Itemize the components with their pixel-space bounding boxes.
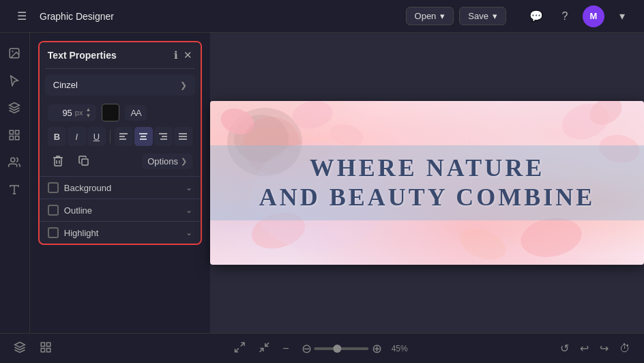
grid-icon[interactable] (37, 338, 55, 359)
svg-line-42 (241, 343, 244, 346)
svg-rect-39 (47, 343, 50, 346)
justify-button[interactable] (174, 127, 192, 146)
background-checkbox[interactable] (48, 182, 59, 193)
panel-header: Text Properties ℹ ✕ (40, 42, 201, 68)
size-row: 95 px ▲ ▼ AA (40, 101, 201, 127)
highlight-checkbox[interactable] (48, 227, 59, 238)
align-right-button[interactable] (154, 127, 173, 146)
zoom-thumb[interactable] (334, 345, 342, 353)
format-separator (110, 130, 111, 143)
svg-rect-5 (10, 136, 14, 140)
sidebar-icon-image[interactable] (2, 41, 27, 66)
shrink-icon[interactable] (255, 338, 273, 359)
sidebar-icon-elements[interactable] (2, 123, 27, 147)
font-name: Cinzel (53, 80, 78, 90)
sidebar-icon-text[interactable] (2, 177, 27, 202)
svg-rect-24 (82, 159, 88, 165)
avatar[interactable]: M (583, 5, 604, 27)
canvas-text-overlay: WHERE NATURE AND BEAUTY COMBINE (210, 101, 644, 265)
outline-checkbox[interactable] (48, 205, 59, 216)
italic-button[interactable]: I (68, 127, 86, 146)
topbar-right: 💬 ? M ▾ (525, 5, 633, 27)
zoom-slider-area: ⊖ ⊕ (299, 338, 385, 359)
highlight-chevron-icon: ⌄ (186, 228, 192, 237)
font-chevron: ❯ (180, 81, 187, 90)
sidebar (0, 33, 30, 333)
zoom-plus-circle-button[interactable]: ⊕ (369, 338, 385, 359)
main-area: Text Properties ℹ ✕ Cinzel ❯ 95 px ▲ (0, 33, 644, 333)
expand-icon[interactable] (231, 338, 248, 359)
size-value: 95 (53, 108, 72, 118)
topbar: ☰ Graphic Designer Open ▾ Save ▾ 💬 ? M ▾ (0, 0, 644, 33)
bottom-center: − ⊖ ⊕ 45% (231, 338, 413, 359)
delete-button[interactable] (48, 151, 68, 171)
svg-rect-2 (10, 130, 14, 134)
underline-button[interactable]: U (87, 127, 106, 146)
canvas[interactable]: WHERE NATURE AND BEAUTY COMBINE (210, 101, 644, 265)
size-input[interactable]: 95 px ▲ ▼ (48, 104, 97, 121)
help-icon[interactable]: ? (554, 5, 576, 27)
history-icon[interactable]: ⏱ (617, 340, 633, 358)
align-center-button[interactable] (134, 127, 153, 146)
background-row[interactable]: Background ⌄ (40, 176, 201, 199)
align-left-button[interactable] (115, 127, 133, 146)
format-row: B I U (40, 127, 201, 151)
background-label: Background (64, 183, 180, 193)
font-selector[interactable]: Cinzel ❯ (45, 74, 195, 96)
info-icon[interactable]: ℹ (174, 49, 178, 61)
sidebar-icon-cursor[interactable] (2, 68, 27, 93)
spin-buttons: ▲ ▼ (85, 107, 91, 119)
app-title: Graphic Designer (40, 11, 114, 22)
text-properties-panel: Text Properties ℹ ✕ Cinzel ❯ 95 px ▲ (38, 41, 202, 245)
highlight-label: Highlight (64, 228, 180, 238)
bold-button[interactable]: B (48, 127, 66, 146)
background-chevron-icon: ⌄ (186, 183, 192, 192)
redo-icon[interactable]: ↪ (597, 339, 611, 358)
sidebar-icon-layers[interactable] (2, 96, 27, 120)
svg-line-44 (260, 348, 263, 351)
svg-line-43 (235, 348, 239, 351)
svg-point-1 (12, 50, 14, 52)
svg-line-45 (265, 343, 269, 346)
chevron-down-icon[interactable]: ▾ (611, 5, 633, 27)
zoom-minus-circle-button[interactable]: ⊖ (299, 338, 314, 359)
open-button[interactable]: Open ▾ (406, 7, 454, 25)
bottom-left (11, 338, 55, 359)
chat-icon[interactable]: 💬 (525, 5, 547, 27)
canvas-banner: WHERE NATURE AND BEAUTY COMBINE (210, 145, 644, 220)
close-icon[interactable]: ✕ (184, 49, 192, 61)
aa-button[interactable]: AA (125, 105, 146, 121)
svg-rect-40 (47, 348, 50, 351)
outline-chevron-icon: ⌄ (186, 205, 192, 215)
options-dropdown[interactable]: Options ❯ (142, 154, 192, 169)
outline-row[interactable]: Outline ⌄ (40, 199, 201, 221)
menu-icon[interactable]: ☰ (11, 5, 33, 27)
undo-icon[interactable]: ↩ (577, 339, 591, 358)
panel-divider-1 (45, 68, 195, 69)
panel-header-icons: ℹ ✕ (174, 49, 192, 61)
spin-down-button[interactable]: ▼ (85, 113, 91, 119)
duplicate-button[interactable] (74, 151, 94, 171)
zoom-out-button[interactable]: − (280, 340, 291, 358)
refresh-icon[interactable]: ↺ (557, 339, 572, 358)
highlight-row[interactable]: Highlight ⌄ (40, 221, 201, 244)
panel-title: Text Properties (48, 50, 117, 61)
spin-up-button[interactable]: ▲ (85, 107, 91, 113)
svg-rect-38 (41, 343, 44, 346)
svg-rect-21 (55, 158, 61, 166)
svg-point-6 (11, 158, 15, 162)
save-button[interactable]: Save ▾ (459, 7, 506, 25)
actions-row: Options ❯ (40, 151, 201, 176)
options-label: Options (147, 156, 178, 166)
bottom-right: ↺ ↩ ↪ ⏱ (557, 339, 633, 358)
svg-rect-41 (41, 348, 44, 351)
zoom-slider[interactable] (314, 347, 369, 350)
svg-rect-3 (16, 130, 19, 134)
size-unit: px (75, 108, 83, 117)
topbar-left: ☰ Graphic Designer (11, 5, 114, 27)
sidebar-icon-users[interactable] (2, 150, 27, 175)
layers-icon[interactable] (11, 338, 29, 359)
canvas-text-line2: AND BEAUTY COMBINE (231, 183, 624, 212)
color-swatch[interactable] (102, 104, 119, 121)
panel-area: Text Properties ℹ ✕ Cinzel ❯ 95 px ▲ (30, 33, 210, 333)
